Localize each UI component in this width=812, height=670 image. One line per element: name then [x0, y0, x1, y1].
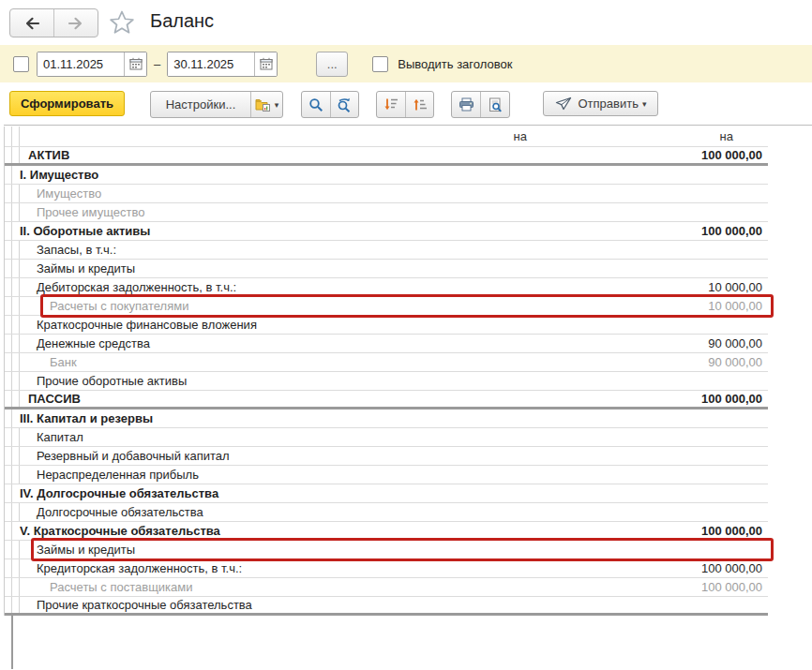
row-stub [5, 335, 12, 352]
row-stub [12, 597, 20, 613]
row-label: Банк [20, 355, 575, 369]
row-stub [12, 466, 20, 484]
row-label: Расчеты с поставщиками [20, 580, 575, 594]
row-stub [5, 260, 12, 277]
table-row[interactable]: Прочее имущество [5, 203, 768, 222]
row-stub [5, 447, 12, 465]
row-stub [5, 241, 12, 259]
calendar-icon[interactable] [254, 52, 277, 76]
search-next-icon [337, 97, 353, 112]
sort-descending-icon [383, 97, 398, 112]
send-label: Отправить [579, 97, 639, 111]
row-stub [5, 578, 12, 596]
row-label: II. Оборотные активы [20, 224, 575, 238]
table-row[interactable]: Капитал [5, 428, 768, 447]
row-stub [5, 297, 12, 315]
table-row[interactable]: ПАССИВ100 000,00 [5, 391, 768, 409]
row-label: Займы и кредиты [20, 261, 575, 275]
table-row[interactable]: Займы и кредиты [5, 260, 768, 278]
send-button[interactable]: Отправить ▾ [543, 91, 658, 116]
row-value: 100 000,00 [575, 580, 768, 594]
table-row[interactable]: Прочие краткосрочные обязательства [5, 597, 768, 616]
row-stub [5, 428, 12, 446]
table-row[interactable]: V. Краткосрочные обязательства100 000,00 [5, 522, 768, 541]
row-stub [12, 185, 20, 202]
table-row[interactable]: Долгосрочные обязательства [5, 503, 768, 522]
table-row[interactable]: Нераспределенная прибыль [5, 466, 768, 484]
report-variants-button[interactable]: ▾ [250, 92, 282, 117]
row-label: ПАССИВ [20, 392, 575, 406]
row-label: Краткосрочные финансовые вложения [20, 318, 575, 332]
chevron-down-icon: ▾ [275, 100, 279, 110]
row-stub [12, 203, 20, 221]
toolbar: Сформировать Настройки... ▾ [0, 82, 812, 125]
row-label: АКТИВ [20, 148, 575, 162]
calendar-icon[interactable] [124, 52, 146, 76]
table-row[interactable]: Запасы, в т.ч.: [5, 241, 768, 260]
date-to-input[interactable] [168, 52, 254, 76]
sort-ascending-button[interactable] [405, 92, 433, 117]
table-row[interactable]: Денежные средства90 000,00 [5, 335, 768, 353]
search-icon [308, 97, 323, 112]
table-row[interactable]: Займы и кредиты [5, 541, 768, 559]
date-from-field [37, 52, 147, 77]
date-range-dash: – [154, 57, 160, 71]
row-label: IV. Долгосрочные обязательства [20, 486, 575, 500]
send-icon [555, 97, 572, 111]
sort-descending-button[interactable] [377, 92, 405, 117]
row-stub [12, 316, 20, 334]
table-row[interactable]: Резервный и добавочный капитал [5, 447, 768, 466]
report-window: Баланс – ... Выводить заголовок Сформиро… [0, 0, 812, 670]
favorite-star-icon[interactable] [106, 7, 138, 38]
show-title-checkbox[interactable] [372, 56, 388, 72]
row-stub [5, 466, 12, 484]
table-row[interactable]: Банк90 000,00 [5, 353, 768, 372]
grid-tail-border [11, 616, 13, 669]
table-row[interactable]: Имущество [5, 185, 768, 203]
table-row[interactable]: II. Оборотные активы100 000,00 [5, 222, 768, 241]
row-stub [5, 278, 12, 296]
table-row[interactable]: Краткосрочные финансовые вложения [5, 316, 768, 335]
table-row[interactable]: IV. Долгосрочные обязательства [5, 484, 768, 503]
table-row[interactable]: III. Капитал и резервы [5, 409, 768, 428]
row-label: Прочие краткосрочные обязательства [20, 598, 575, 612]
period-checkbox[interactable] [13, 56, 29, 72]
table-row[interactable]: Расчеты с поставщиками100 000,00 [5, 578, 768, 597]
table-row[interactable]: АКТИВ100 000,00 [5, 147, 768, 166]
row-stub [12, 428, 20, 446]
forward-button[interactable] [53, 9, 98, 37]
search-button[interactable] [302, 92, 330, 117]
row-label: Кредиторская задолженность, в т.ч.: [20, 561, 575, 575]
back-arrow-icon [23, 16, 40, 31]
table-row[interactable]: Кредиторская задолженность, в т.ч.:100 0… [5, 559, 768, 578]
date-from-input[interactable] [38, 52, 124, 76]
print-preview-button[interactable] [480, 92, 509, 117]
sort-ascending-icon [413, 97, 428, 112]
search-next-button[interactable] [330, 92, 358, 117]
table-row[interactable]: Дебиторская задолженность, в т.ч.:10 000… [5, 278, 768, 297]
title-bar: Баланс [0, 0, 812, 45]
row-label: Займы и кредиты [20, 543, 575, 557]
row-stub [12, 559, 20, 577]
table-row[interactable]: I. Имущество [5, 166, 768, 185]
row-stub [5, 484, 12, 502]
back-button[interactable] [10, 9, 53, 37]
date-to-field [167, 52, 278, 77]
table-row[interactable]: Прочие оборотные активы [5, 372, 768, 391]
row-stub [5, 203, 12, 221]
forward-arrow-icon [68, 16, 84, 31]
table-row[interactable]: Расчеты с покупателями10 000,00 [5, 297, 768, 316]
generate-button[interactable]: Сформировать [9, 91, 125, 116]
settings-button-group: Настройки... ▾ [150, 91, 283, 118]
show-title-label: Выводить заголовок [398, 57, 512, 71]
period-more-button[interactable]: ... [316, 52, 348, 77]
settings-button[interactable]: Настройки... [151, 92, 250, 117]
row-value: 100 000,00 [575, 392, 768, 406]
report-grid: на на АКТИВ100 000,00I. ИмуществоИмущест… [4, 127, 768, 616]
row-stub [12, 522, 20, 540]
column-header-row: на на [5, 127, 768, 147]
print-button[interactable] [452, 92, 480, 117]
search-button-group [301, 91, 359, 118]
nav-button-group [9, 8, 98, 37]
row-stub [12, 335, 20, 352]
